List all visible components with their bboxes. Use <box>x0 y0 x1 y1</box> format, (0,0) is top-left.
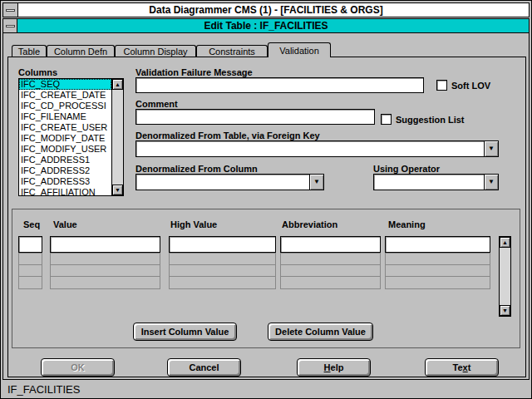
window-menu-icon <box>6 9 15 12</box>
scroll-up-button[interactable]: ▲ <box>500 237 510 248</box>
grid-abbreviation-input[interactable] <box>280 236 381 253</box>
text-label-pre: Te <box>453 362 463 372</box>
using-operator-label: Using Operator <box>373 164 440 174</box>
list-item[interactable]: IFC_CREATE_USER <box>19 122 111 133</box>
dropdown-button[interactable]: ▼ <box>309 175 323 190</box>
denormalized-from-column-combobox[interactable]: ▼ <box>135 174 324 190</box>
scroll-down-icon: ▼ <box>115 187 121 193</box>
text-button[interactable]: Text <box>425 358 499 377</box>
dialog-system-menu-button[interactable] <box>3 19 17 32</box>
delete-column-value-button[interactable]: Delete Column Value <box>268 323 373 341</box>
dialog-title-bar: Edit Table : IF_FACILITIES <box>3 19 529 33</box>
columns-label: Columns <box>18 67 57 77</box>
list-item[interactable]: IFC_MODIFY_USER <box>19 144 111 155</box>
scroll-down-icon: ▼ <box>502 308 508 313</box>
edit-table-dialog: Edit Table : IF_FACILITIES Table Column … <box>2 18 530 380</box>
list-item[interactable]: IFC_MODIFY_DATE <box>19 133 111 144</box>
help-label-post: elp <box>331 362 344 372</box>
list-item[interactable]: IFC_FILENAME <box>19 111 111 122</box>
grid-empty-row <box>19 254 42 265</box>
suggestion-list-checkbox[interactable] <box>381 114 392 125</box>
insert-column-value-button[interactable]: Insert Column Value <box>133 323 237 341</box>
grid-meaning-input[interactable] <box>385 236 490 253</box>
scroll-down-button[interactable]: ▼ <box>112 185 123 195</box>
list-item[interactable]: IFC_CD_PROCESSI <box>19 101 111 111</box>
list-item[interactable]: IFC_AFFILIATION <box>19 187 111 195</box>
tab-column-defn[interactable]: Column Defn <box>47 45 115 57</box>
chevron-down-icon: ▼ <box>488 145 495 152</box>
grid-empty-row <box>51 254 160 265</box>
scroll-up-icon: ▲ <box>502 239 508 245</box>
tab-table[interactable]: Table <box>12 45 47 57</box>
grid-empty-rows-seq <box>18 253 42 289</box>
column-values-groupbox: Seq Value High Value Abbreviation Meanin… <box>12 209 520 348</box>
grid-empty-row <box>19 265 42 277</box>
status-text: IF_FACILITIES <box>2 383 80 396</box>
dialog-title: Edit Table : IF_FACILITIES <box>17 20 515 32</box>
list-item[interactable]: IFC_ADDRESS2 <box>19 165 111 176</box>
columns-list: IFC_SEQ IFC_CREATE_DATE IFC_CD_PROCESSI … <box>19 79 111 195</box>
grid-header-abbreviation: Abbreviation <box>282 219 337 229</box>
grid-header-high-value: High Value <box>170 219 217 229</box>
denormalized-from-table-combobox[interactable]: ▼ <box>135 140 499 157</box>
grid-empty-row <box>281 277 380 288</box>
list-item[interactable]: IFC_CREATE_DATE <box>19 90 111 101</box>
grid-seq-input[interactable] <box>18 236 42 253</box>
scroll-up-button[interactable]: ▲ <box>112 79 123 90</box>
grid-empty-row <box>386 277 490 288</box>
scroll-up-icon: ▲ <box>115 81 121 87</box>
grid-empty-rows-meaning <box>385 253 490 289</box>
grid-empty-row <box>281 265 380 277</box>
ok-button[interactable]: OK <box>41 358 115 377</box>
grid-empty-rows-value <box>50 253 160 289</box>
main-system-menu-button[interactable] <box>3 3 18 17</box>
app-window: Data Diagrammer CMS (1) - [FACILITIES & … <box>0 0 532 399</box>
grid-header-seq: Seq <box>23 219 40 229</box>
title-spacer <box>515 19 529 32</box>
cancel-button[interactable]: Cancel <box>167 358 241 377</box>
denormalized-from-table-label: Denormalized From Table, via Foreign Key <box>135 131 320 140</box>
main-title-bar: Data Diagrammer CMS (1) - [FACILITIES & … <box>2 2 530 17</box>
suggestion-list-label: Suggestion List <box>396 115 465 125</box>
grid-empty-row <box>170 277 275 288</box>
grid-empty-row <box>386 265 490 277</box>
grid-empty-row <box>386 254 490 265</box>
grid-scrollbar[interactable]: ▲ ▼ <box>499 236 511 317</box>
scroll-down-button[interactable]: ▼ <box>500 305 510 316</box>
grid-empty-row <box>281 254 380 265</box>
columns-list-scrollbar[interactable]: ▲ ▼ <box>111 79 123 195</box>
using-operator-combobox[interactable]: ▼ <box>373 174 499 190</box>
chevron-down-icon: ▼ <box>313 179 320 185</box>
help-button[interactable]: Help <box>297 358 371 377</box>
window-menu-icon <box>6 25 15 27</box>
grid-header-meaning: Meaning <box>388 219 426 229</box>
status-bar: IF_FACILITIES <box>2 381 530 397</box>
grid-high-value-input[interactable] <box>169 236 276 253</box>
comment-input[interactable] <box>135 109 375 125</box>
list-item[interactable]: IFC_SEQ <box>19 79 111 90</box>
validation-failure-message-label: Validation Failure Message <box>135 67 253 77</box>
columns-listbox[interactable]: IFC_SEQ IFC_CREATE_DATE IFC_CD_PROCESSI … <box>18 78 124 196</box>
dropdown-button[interactable]: ▼ <box>484 175 498 190</box>
main-window-title: Data Diagrammer CMS (1) - [FACILITIES & … <box>18 4 514 16</box>
chevron-down-icon: ▼ <box>488 179 495 185</box>
soft-lov-label: Soft LOV <box>451 81 490 91</box>
grid-header-value: Value <box>53 219 77 229</box>
grid-empty-row <box>19 277 42 288</box>
list-item[interactable]: IFC_ADDRESS1 <box>19 155 111 165</box>
grid-value-input[interactable] <box>50 236 160 253</box>
dropdown-button[interactable]: ▼ <box>484 141 498 156</box>
grid-empty-row <box>170 254 275 265</box>
text-label-post: t <box>468 362 471 372</box>
grid-empty-row <box>51 265 160 277</box>
validation-failure-message-input[interactable] <box>135 77 424 93</box>
title-spacer <box>514 3 529 17</box>
tab-constraints[interactable]: Constraints <box>196 45 268 57</box>
denormalized-from-column-label: Denormalized From Column <box>135 164 258 174</box>
tab-validation[interactable]: Validation <box>268 42 331 57</box>
tab-column-display[interactable]: Column Display <box>115 45 196 57</box>
grid-empty-row <box>51 277 160 288</box>
soft-lov-checkbox[interactable] <box>436 80 447 91</box>
grid-empty-rows-abbreviation <box>280 253 381 289</box>
list-item[interactable]: IFC_ADDRESS3 <box>19 176 111 187</box>
